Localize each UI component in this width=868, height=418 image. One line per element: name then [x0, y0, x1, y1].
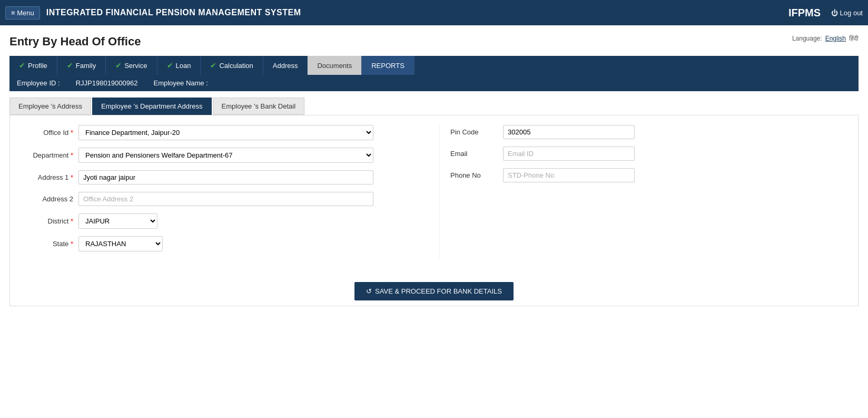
page-content: Entry By Head Of Office Language: Englis…	[0, 25, 868, 418]
employee-bar: Employee ID : RJJP198019000962 Employee …	[9, 75, 859, 91]
district-label: District *	[15, 217, 73, 225]
email-label: Email	[450, 150, 498, 158]
family-check-icon: ✔	[67, 61, 73, 70]
employee-id-value: RJJP198019000962	[76, 79, 138, 87]
left-col: Office Id * Finance Department, Jaipur-2…	[15, 125, 429, 259]
form-row-department: Department * Pension and Pensioners Welf…	[15, 148, 429, 163]
employee-name-label: Employee Name :	[153, 79, 208, 87]
tab-address-label: Address	[273, 62, 298, 70]
navbar-left: ≡ Menu INTEGRATED FINANCIAL PENSION MANA…	[5, 6, 301, 20]
phone-input[interactable]	[503, 168, 635, 182]
save-button-label: SAVE & PROCEED FOR BANK DETAILS	[375, 287, 502, 295]
menu-button[interactable]: ≡ Menu	[5, 6, 40, 20]
language-selector: Language: English हिंदी	[792, 35, 859, 42]
email-input[interactable]	[503, 147, 635, 161]
profile-check-icon: ✔	[19, 61, 25, 70]
pin-code-label: Pin Code	[450, 128, 498, 136]
save-proceed-button[interactable]: ↺ SAVE & PROCEED FOR BANK DETAILS	[354, 282, 514, 300]
form-row-address1: Address 1 *	[15, 170, 429, 184]
tab-bar: ✔ Profile ✔ Family ✔ Service ✔ Loan ✔ Ca…	[9, 56, 859, 75]
form-row-address2: Address 2	[15, 192, 429, 206]
tab-loan-label: Loan	[176, 62, 191, 70]
language-label: Language:	[792, 35, 822, 42]
tab-family[interactable]: ✔ Family	[57, 56, 106, 75]
form-row-phone: Phone No	[450, 168, 853, 182]
page-title: Entry By Head Of Office	[9, 35, 141, 48]
tab-loan[interactable]: ✔ Loan	[157, 56, 201, 75]
page-header-row: Entry By Head Of Office Language: Englis…	[9, 35, 859, 48]
navbar-right: IFPMS ⏻ Log out	[788, 7, 863, 19]
service-check-icon: ✔	[115, 61, 122, 70]
tab-service[interactable]: ✔ Service	[106, 56, 157, 75]
phone-label: Phone No	[450, 171, 498, 179]
tab-profile[interactable]: ✔ Profile	[9, 56, 57, 75]
sub-tab-bar: Employee 's Address Employee 's Departme…	[9, 98, 859, 115]
tab-reports-label: REPORTS	[371, 62, 405, 70]
form-area: Office Id * Finance Department, Jaipur-2…	[9, 115, 859, 306]
tab-documents[interactable]: Documents	[308, 56, 362, 75]
tab-calculation-label: Calculation	[219, 62, 253, 70]
employee-id-label: Employee ID :	[17, 79, 60, 87]
lang-hindi[interactable]: हिंदी	[849, 35, 859, 42]
loan-check-icon: ✔	[167, 61, 173, 70]
state-select[interactable]: RAJASTHAN	[78, 236, 163, 251]
state-label: State *	[15, 240, 73, 248]
navbar-title: INTEGRATED FINANCIAL PENSION MANAGEMENT …	[46, 8, 301, 17]
tab-calculation[interactable]: ✔ Calculation	[201, 56, 263, 75]
form-row-district: District * JAIPUR	[15, 213, 429, 229]
sub-tab-emp-address[interactable]: Employee 's Address	[9, 98, 91, 115]
tab-family-label: Family	[76, 62, 96, 70]
address1-label: Address 1 *	[15, 173, 73, 181]
right-col: Pin Code Email Phone No	[439, 125, 853, 259]
tab-documents-label: Documents	[317, 62, 352, 70]
save-icon: ↺	[366, 287, 372, 295]
sub-tab-emp-bank-detail[interactable]: Employee 's Bank Detail	[213, 98, 305, 115]
logout-button[interactable]: ⏻ Log out	[831, 9, 863, 17]
pin-code-input[interactable]	[503, 125, 635, 139]
address2-input[interactable]	[78, 192, 373, 206]
form-row-email: Email	[450, 147, 853, 161]
department-select[interactable]: Pension and Pensioners Welfare Departmen…	[78, 148, 373, 163]
tab-address[interactable]: Address	[263, 56, 308, 75]
address1-input[interactable]	[78, 170, 373, 184]
district-select[interactable]: JAIPUR	[78, 213, 157, 229]
form-row-state: State * RAJASTHAN	[15, 236, 429, 251]
navbar: ≡ Menu INTEGRATED FINANCIAL PENSION MANA…	[0, 0, 868, 25]
calculation-check-icon: ✔	[210, 61, 216, 70]
form-row-office-id: Office Id * Finance Department, Jaipur-2…	[15, 125, 429, 140]
navbar-brand: IFPMS	[788, 7, 821, 19]
form-main-grid: Office Id * Finance Department, Jaipur-2…	[15, 125, 853, 259]
tab-reports[interactable]: REPORTS	[362, 56, 415, 75]
lang-english[interactable]: English	[825, 35, 846, 42]
tab-profile-label: Profile	[28, 62, 47, 70]
department-label: Department *	[15, 151, 73, 159]
form-row-pin: Pin Code	[450, 125, 853, 139]
sub-tab-emp-dept-address[interactable]: Employee 's Department Address	[92, 98, 212, 115]
tab-service-label: Service	[124, 62, 147, 70]
address2-label: Address 2	[15, 195, 73, 203]
office-id-select[interactable]: Finance Department, Jaipur-20	[78, 125, 373, 140]
office-id-label: Office Id *	[15, 129, 73, 137]
